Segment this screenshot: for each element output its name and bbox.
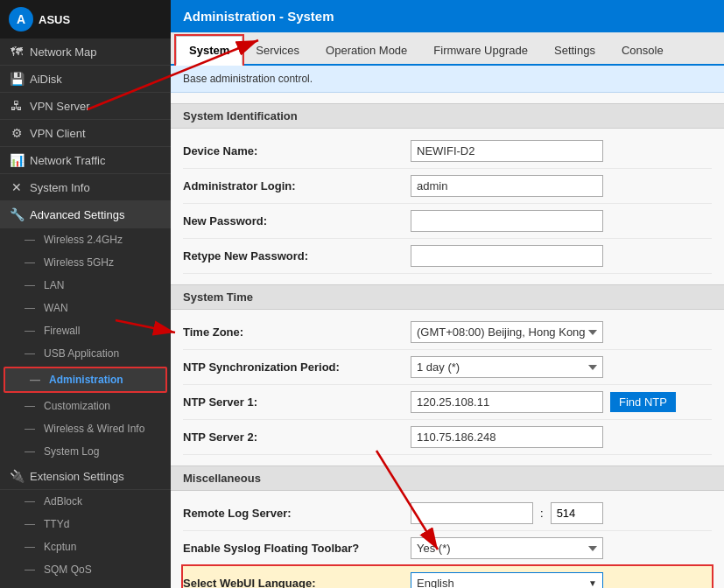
extension-settings-icon: 🔌 xyxy=(9,469,25,483)
tab-system[interactable]: System xyxy=(176,36,243,66)
sidebar-item-network-traffic[interactable]: 📊 Network Traffic xyxy=(0,147,171,174)
device-name-input[interactable] xyxy=(411,140,603,162)
form-row-ntp-server1: NTP Server 1: Find NTP xyxy=(183,385,712,420)
sidebar-item-label: Advanced Settings xyxy=(30,208,124,221)
timezone-label: Time Zone: xyxy=(183,326,411,339)
remote-log-port-input[interactable] xyxy=(551,502,603,524)
sidebar-item-network-map[interactable]: 🗺 Network Map xyxy=(0,38,171,66)
advanced-settings-icon: 🔧 xyxy=(9,207,25,221)
tab-settings[interactable]: Settings xyxy=(541,36,608,64)
sidebar-sub-lan[interactable]: — LAN xyxy=(0,274,171,297)
network-map-icon: 🗺 xyxy=(9,45,25,59)
dash-icon: — xyxy=(25,518,35,530)
form-row-new-password: New Password: xyxy=(183,204,712,239)
dash-icon: — xyxy=(25,445,35,458)
remote-log-label: Remote Log Server: xyxy=(183,507,411,520)
sidebar-sub-customization[interactable]: — Customization xyxy=(0,395,171,417)
ntp-server1-control: Find NTP xyxy=(411,391,712,413)
dropdown-selected-value[interactable]: English ▼ xyxy=(411,572,603,588)
sidebar-item-label: AiDisk xyxy=(30,73,62,86)
sidebar-sub-label: Customization xyxy=(44,400,110,412)
sidebar-item-extension-settings[interactable]: 🔌 Extension Settings xyxy=(0,463,171,490)
ntp-sync-label: NTP Synchronization Period: xyxy=(183,360,411,374)
new-password-control xyxy=(411,210,712,232)
remote-log-control: : xyxy=(411,502,712,524)
sidebar: A ASUS 🗺 Network Map 💾 AiDisk 🖧 VPN Serv… xyxy=(0,0,171,588)
sidebar-item-label: VPN Client xyxy=(30,127,86,140)
sidebar-sub-administration[interactable]: — Administration xyxy=(4,367,167,393)
sidebar-sub-usb-application[interactable]: — USB Application xyxy=(0,342,171,365)
dash-icon: — xyxy=(25,423,35,435)
sidebar-sub-wireless-wired-info[interactable]: — Wireless & Wired Info xyxy=(0,417,171,440)
sidebar-sub-ttyd[interactable]: — TTYd xyxy=(0,513,171,536)
sidebar-sub-frp[interactable]: — FRP xyxy=(0,581,171,588)
webui-language-control: English ▼ English 简体中文 xyxy=(411,572,712,588)
sidebar-logo: A ASUS xyxy=(0,0,171,38)
aidisk-icon: 💾 xyxy=(9,72,25,86)
dash-icon: — xyxy=(25,256,35,269)
remote-log-input[interactable] xyxy=(411,502,533,524)
dash-icon: — xyxy=(25,347,35,360)
tab-operation-mode[interactable]: Operation Mode xyxy=(313,36,420,64)
dash-icon: — xyxy=(25,234,35,246)
retype-password-control xyxy=(411,245,712,267)
sidebar-item-vpn-client[interactable]: ⚙ VPN Client xyxy=(0,120,171,147)
sidebar-sub-label: AdBlock xyxy=(44,495,82,508)
admin-login-label: Administrator Login: xyxy=(183,179,411,192)
sidebar-sub-adblock[interactable]: — AdBlock xyxy=(0,490,171,513)
new-password-input[interactable] xyxy=(411,210,603,232)
sidebar-sub-wireless-2g[interactable]: — Wireless 2.4GHz xyxy=(0,228,171,251)
tab-console[interactable]: Console xyxy=(608,36,677,64)
form-row-admin-login: Administrator Login: xyxy=(183,169,712,204)
sidebar-sub-label: Firewall xyxy=(44,325,80,337)
form-row-device-name: Device Name: xyxy=(183,134,712,169)
webui-language-dropdown[interactable]: English ▼ English 简体中文 xyxy=(411,572,603,588)
sidebar-item-advanced-settings[interactable]: 🔧 Advanced Settings xyxy=(0,201,171,228)
sidebar-sub-sqm-qos[interactable]: — SQM QoS xyxy=(0,558,171,581)
form-row-ntp-server2: NTP Server 2: xyxy=(183,420,712,455)
sidebar-sub-firewall[interactable]: — Firewall xyxy=(0,319,171,342)
sidebar-item-system-info[interactable]: ✕ System Info xyxy=(0,174,171,201)
webui-language-label: Select WebUI Language: xyxy=(183,577,411,588)
sidebar-sub-label: LAN xyxy=(44,279,64,291)
ntp-sync-select[interactable]: 1 day (*) xyxy=(411,356,603,378)
dash-icon: — xyxy=(25,400,35,412)
ntp-server2-input[interactable] xyxy=(411,426,603,448)
device-name-control xyxy=(411,140,712,162)
dash-icon: — xyxy=(25,541,35,553)
content-area: System Identification Device Name: Admin… xyxy=(171,93,724,588)
find-ntp-button[interactable]: Find NTP xyxy=(610,392,676,412)
main-content: Administration - System System Services … xyxy=(171,0,724,588)
tab-services[interactable]: Services xyxy=(243,36,313,64)
admin-login-input[interactable] xyxy=(411,175,603,197)
syslog-toolbar-select[interactable]: Yes (*) No xyxy=(411,537,603,559)
logo-text: ASUS xyxy=(39,13,70,26)
timezone-select[interactable]: (GMT+08:00) Beijing, Hong Kong xyxy=(411,321,603,343)
dropdown-arrow-icon: ▼ xyxy=(588,578,597,588)
form-row-retype-password: Retype New Password: xyxy=(183,239,712,274)
dash-icon: — xyxy=(25,325,35,337)
sidebar-item-aidisk[interactable]: 💾 AiDisk xyxy=(0,66,171,93)
sidebar-sub-wireless-5g[interactable]: — Wireless 5GHz xyxy=(0,251,171,274)
form-row-timezone: Time Zone: (GMT+08:00) Beijing, Hong Kon… xyxy=(183,315,712,350)
ntp-sync-control: 1 day (*) xyxy=(411,356,712,378)
sidebar-sub-label: System Log xyxy=(44,445,99,458)
page-title: Administration - System xyxy=(183,9,334,24)
retype-password-input[interactable] xyxy=(411,245,603,267)
sidebar-sub-label: Administration xyxy=(49,374,123,386)
form-row-ntp-sync: NTP Synchronization Period: 1 day (*) xyxy=(183,350,712,385)
sidebar-sub-label: WAN xyxy=(44,302,68,314)
sidebar-sub-wan[interactable]: — WAN xyxy=(0,297,171,319)
dash-icon: — xyxy=(25,279,35,291)
sidebar-sub-label: Wireless 5GHz xyxy=(44,256,114,269)
dash-icon: — xyxy=(25,564,35,576)
ntp-server1-input[interactable] xyxy=(411,391,603,413)
ntp-server2-control xyxy=(411,426,712,448)
sidebar-sub-label: USB Application xyxy=(44,347,119,360)
sidebar-sub-kcptun[interactable]: — Kcptun xyxy=(0,536,171,558)
tab-firmware-upgrade[interactable]: Firmware Upgrade xyxy=(420,36,541,64)
sidebar-item-vpn-server[interactable]: 🖧 VPN Server xyxy=(0,93,171,120)
sidebar-sub-system-log[interactable]: — System Log xyxy=(0,440,171,463)
sidebar-item-label: VPN Server xyxy=(30,100,90,113)
section-miscellaneous: Miscellaneous xyxy=(171,466,724,491)
